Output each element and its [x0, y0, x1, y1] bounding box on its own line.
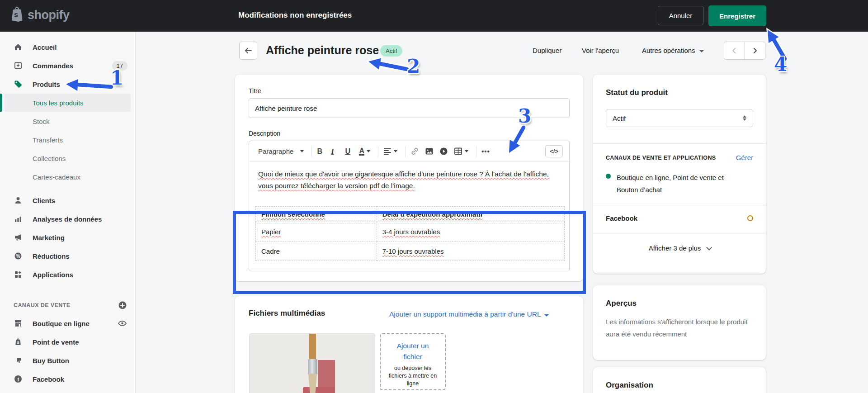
chevron-down-icon	[699, 50, 704, 52]
sidebar-item-produits[interactable]: Produits	[0, 75, 135, 93]
sidebar-item-marketing[interactable]: Marketing	[0, 228, 135, 246]
add-file-button[interactable]: Ajouter un fichier	[391, 341, 434, 362]
product-status-card: Statut du produit Actif CANAUX DE VENTE …	[593, 75, 766, 274]
marketing-icon	[14, 233, 23, 242]
shopify-logo[interactable]: S shopify	[10, 6, 70, 24]
insert-image-button[interactable]	[425, 147, 434, 156]
facebook-icon: f	[14, 374, 23, 384]
sidebar-item-facebook[interactable]: f Facebook	[0, 370, 135, 388]
insights-card: Aperçus Les informations s'afficheront l…	[593, 285, 766, 360]
sidebar-item-transferts[interactable]: Transferts	[5, 131, 131, 149]
preview-action[interactable]: Voir l'aperçu	[582, 47, 619, 54]
chevron-down-icon	[394, 150, 397, 152]
sidebar-item-cartes-cadeaux[interactable]: Cartes-cadeaux	[5, 168, 131, 186]
sidebar-item-collections[interactable]: Collections	[5, 149, 131, 167]
paint-stroke	[303, 387, 335, 393]
sidebar-item-analyses[interactable]: Analyses de données	[0, 210, 135, 228]
sidebar-item-commandes[interactable]: Commandes 17	[0, 57, 135, 75]
chevron-down-icon	[367, 150, 370, 152]
more-toolbar-options-button[interactable]: •••	[481, 147, 490, 155]
annotation-number-4: 4	[774, 53, 787, 76]
shopify-wordmark: shopify	[28, 8, 70, 22]
table-cell[interactable]: Cadre	[256, 241, 377, 261]
arrow-4	[768, 30, 785, 59]
sidebar-item-accueil[interactable]: Accueil	[0, 38, 135, 56]
discounts-icon: %	[14, 251, 23, 260]
products-tag-icon	[14, 80, 23, 89]
divider	[593, 143, 766, 144]
cancel-button[interactable]: Annuler	[658, 6, 703, 25]
buy-button-icon	[14, 356, 23, 365]
sidebar-item-applications[interactable]: Applications	[0, 265, 135, 284]
sidebar-item-clients[interactable]: Clients	[0, 191, 135, 209]
sidebar-item-buy-button[interactable]: Buy Button	[0, 351, 135, 369]
back-button[interactable]	[239, 42, 257, 60]
alignment-dropdown[interactable]	[383, 148, 397, 155]
product-details-card: Titre Description Paragraphe B I U A	[235, 75, 583, 281]
sidebar-item-boutique-en-ligne[interactable]: Boutique en ligne	[0, 314, 135, 332]
show-more-button[interactable]: Afficher 3 de plus	[606, 244, 753, 252]
organization-heading: Organisation	[606, 381, 753, 390]
previous-product-button[interactable]	[724, 42, 745, 59]
insert-link-button[interactable]	[410, 147, 419, 156]
view-store-eye-icon[interactable]	[118, 319, 127, 328]
editor-content[interactable]: Quoi de mieux que d'avoir une gigantesqu…	[249, 162, 569, 261]
paintbrush	[308, 359, 317, 374]
sidebar-item-point-de-vente[interactable]: S Point de vente	[0, 333, 135, 351]
sidebar-item-reductions[interactable]: % Réductions	[0, 247, 135, 265]
description-field-label: Description	[249, 130, 570, 137]
duplicate-action[interactable]: Dupliquer	[533, 47, 561, 54]
manage-channels-link[interactable]: Gérer	[736, 154, 753, 161]
table-header-cell[interactable]: Délai d'expédition approximatif	[377, 207, 564, 222]
underline-button[interactable]: U	[345, 147, 353, 156]
svg-text:%: %	[16, 254, 20, 259]
bold-button[interactable]: B	[317, 147, 325, 156]
orders-count-badge: 17	[112, 61, 127, 71]
rich-text-editor: Paragraphe B I U A	[249, 141, 570, 271]
insights-heading: Aperçus	[606, 299, 753, 308]
channels-apps-section: CANAUX DE VENTE ET APPLICATIONS Gérer	[606, 154, 753, 161]
table-cell[interactable]: 3-4 jours ouvrables	[377, 222, 564, 241]
status-select[interactable]: Actif	[606, 109, 753, 127]
insert-table-dropdown[interactable]	[454, 147, 468, 156]
chevron-down-icon	[544, 314, 549, 317]
arrow-2	[368, 58, 407, 69]
upload-dropzone[interactable]: Ajouter un fichier ou déposer les fichie…	[380, 333, 446, 390]
select-arrows-icon	[743, 115, 746, 121]
table-header-cell[interactable]: Finition sélectionné	[256, 207, 377, 222]
title-field-label: Titre	[249, 87, 570, 95]
media-list: Ajouter un fichier ou déposer les fichie…	[249, 333, 446, 393]
editor-toolbar: Paragraphe B I U A	[249, 141, 569, 162]
product-pager	[724, 42, 765, 60]
page-title: Affiche peinture rose	[266, 44, 379, 57]
attention-status-ring-icon	[747, 215, 753, 221]
svg-text:S: S	[17, 341, 19, 345]
add-channel-button[interactable]	[118, 301, 127, 310]
insert-video-button[interactable]	[439, 147, 448, 156]
sidebar-item-stock[interactable]: Stock	[5, 112, 131, 130]
paragraph-style-dropdown[interactable]: Paragraphe	[258, 147, 304, 155]
product-image-thumbnail[interactable]	[249, 333, 375, 393]
show-html-button[interactable]: </>	[545, 145, 563, 157]
media-card: Fichiers multimédias Ajouter un support …	[235, 296, 583, 393]
title-input[interactable]	[249, 98, 570, 118]
save-button[interactable]: Enregistrer	[708, 5, 766, 26]
text-color-dropdown[interactable]: A	[359, 147, 370, 156]
home-icon	[14, 43, 23, 52]
description-text[interactable]: Quoi de mieux que d'avoir une gigantesqu…	[258, 168, 560, 192]
table-cell[interactable]: Papier	[256, 222, 377, 241]
status-heading: Statut du produit	[606, 88, 753, 97]
sidebar-item-tous-les-produits[interactable]: Tous les produits	[5, 94, 131, 112]
organization-card: Organisation	[593, 367, 766, 393]
toolbar-divider	[311, 146, 312, 157]
topbar: S shopify Modifications non enregistrées…	[0, 0, 868, 32]
table-cell[interactable]: 7-10 jours ouvrables	[377, 241, 564, 261]
next-product-button[interactable]	[745, 42, 765, 59]
table-row: Papier 3-4 jours ouvrables	[256, 222, 565, 241]
insights-body: Les informations s'afficheront lorsque l…	[606, 316, 753, 340]
add-media-from-url-dropdown[interactable]: Ajouter un support multimédia à partir d…	[389, 310, 549, 318]
italic-button[interactable]: I	[331, 147, 339, 156]
more-actions-dropdown[interactable]: Autres opérations	[642, 47, 704, 54]
shipping-table[interactable]: Finition sélectionné Délai d'expédition …	[255, 206, 565, 261]
apps-icon	[14, 270, 23, 279]
